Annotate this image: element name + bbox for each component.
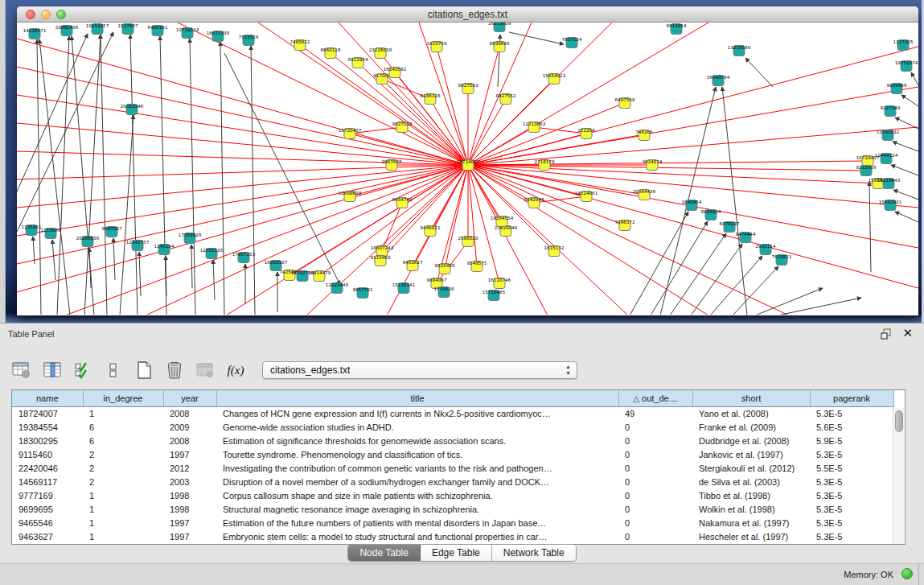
table-row[interactable]: 1456911722003Disruption of a novel membe… (12, 475, 893, 488)
graph-node[interactable]: 8454749 (392, 197, 413, 208)
table-cell[interactable]: Estimation of the future numbers of pati… (216, 516, 618, 529)
graph-node[interactable]: 15692931 (879, 200, 902, 211)
table-cell[interactable]: Genome-wide association studies in ADHD. (216, 420, 618, 434)
table-cell[interactable]: 14569117 (12, 475, 83, 488)
graph-node[interactable]: 9115460 (371, 255, 391, 266)
black-citation-edge[interactable] (745, 58, 773, 87)
table-cell[interactable]: Tourette syndrome. Phenomenology and cla… (216, 447, 618, 461)
red-citation-edge[interactable] (382, 165, 468, 251)
graph-node[interactable]: 917008 (373, 73, 391, 84)
graph-node[interactable]: 20053346 (121, 104, 144, 115)
import-table-icon[interactable] (195, 360, 216, 381)
citation-network-graph[interactable]: 1872400798275038186328982750829676088454… (17, 23, 918, 315)
graph-node[interactable]: 19751074 (895, 60, 918, 72)
table-cell[interactable]: 0 (618, 502, 692, 516)
minimize-window-icon[interactable] (41, 10, 51, 19)
table-cell[interactable]: 5.9E-5 (810, 434, 893, 447)
table-cell[interactable]: Structural magnetic resonance image aver… (216, 502, 618, 516)
graph-node[interactable]: 13218586 (728, 45, 751, 56)
table-cell[interactable]: 2009 (163, 420, 216, 434)
graph-node[interactable]: 10653257 (86, 23, 109, 35)
graph-node[interactable]: 7515526 (239, 35, 259, 46)
black-citation-edge[interactable] (722, 87, 747, 315)
row-select-icon[interactable] (72, 360, 93, 381)
graph-node[interactable]: 746266 (635, 130, 653, 141)
red-citation-edge[interactable] (468, 161, 868, 165)
black-citation-edge[interactable] (670, 233, 726, 315)
table-cell[interactable]: 5.3E-5 (810, 475, 893, 488)
table-cell[interactable]: Changes of HCN gene expression and I(f) … (216, 406, 618, 420)
table-cell[interactable]: 9465546 (12, 516, 83, 529)
black-citation-edge[interactable] (17, 32, 113, 232)
table-cell[interactable]: Nakamura et al. (1997) (692, 516, 810, 529)
graph-node[interactable]: 2935114 (756, 244, 776, 255)
column-header-name[interactable]: name (12, 390, 83, 406)
graph-node[interactable]: 6497568 (615, 97, 635, 109)
graph-node[interactable]: 9242848 (524, 197, 544, 208)
black-citation-edge[interactable] (84, 35, 101, 315)
table-cell[interactable]: 9699695 (12, 502, 83, 516)
table-cell[interactable]: 0 (618, 461, 692, 475)
table-cell[interactable]: Wolkin et al. (1998) (692, 502, 810, 516)
red-citation-edge[interactable] (17, 165, 468, 292)
table-cell[interactable]: Estimation of significance thresholds fo… (216, 434, 618, 447)
black-citation-edge[interactable] (755, 288, 823, 315)
graph-node[interactable]: 8813054 (667, 23, 687, 35)
table-cell[interactable]: de Silva et al. (2003) (692, 475, 810, 488)
graph-node[interactable]: 1115689 (41, 228, 61, 239)
table-cell[interactable]: Tibbo et al. (1998) (692, 488, 810, 502)
graph-node[interactable]: 14035571 (23, 28, 47, 39)
graph-node[interactable]: 8186328 (421, 93, 441, 105)
table-cell[interactable]: 6 (83, 434, 163, 447)
black-citation-edge[interactable] (139, 252, 141, 296)
black-citation-edge[interactable] (191, 245, 192, 288)
graph-node[interactable]: 7386372 (615, 220, 635, 231)
table-cell[interactable]: 1 (83, 488, 163, 502)
table-cell[interactable]: 1 (83, 516, 163, 529)
black-citation-edge[interactable] (901, 95, 918, 106)
window-titlebar[interactable]: citations_edges.txt (17, 6, 918, 23)
black-citation-edge[interactable] (509, 32, 564, 44)
column-header-title[interactable]: title (216, 390, 618, 406)
black-citation-edge[interactable] (251, 46, 255, 315)
table-row[interactable]: 969969511998Structural magnetic resonanc… (12, 502, 893, 516)
graph-node[interactable]: 20364436 (633, 189, 656, 200)
graph-node[interactable]: 9549575 (467, 261, 487, 272)
black-citation-edge[interactable] (190, 39, 195, 315)
new-file-icon[interactable] (133, 360, 154, 381)
tab-network-table[interactable]: Network Table (492, 545, 576, 561)
red-citation-edge[interactable] (17, 67, 468, 165)
table-cell[interactable]: 2 (83, 461, 163, 475)
table-cell[interactable]: 5.3E-5 (810, 516, 893, 529)
table-cell[interactable]: Disruption of a novel member of a sodium… (216, 475, 618, 488)
network-view-window[interactable]: citations_edges.txt 18724007982750381863… (17, 6, 918, 315)
table-cell[interactable]: 18724007 (12, 406, 83, 420)
column-header-pagerank[interactable]: pagerank (810, 390, 893, 406)
table-cell[interactable]: Yano et al. (2008) (692, 406, 810, 420)
black-citation-edge[interactable] (224, 53, 340, 285)
trash-icon[interactable] (164, 360, 185, 381)
table-cell[interactable]: 2 (83, 447, 163, 461)
table-cell[interactable]: 1 (83, 502, 163, 516)
red-citation-edge[interactable] (17, 165, 468, 179)
graph-node[interactable]: 12505135 (200, 248, 224, 259)
table-row[interactable]: 1830029562008Estimation of significance … (12, 434, 893, 447)
graph-node[interactable]: 9227349 (881, 105, 901, 117)
graph-node[interactable]: 17359928 (179, 233, 202, 244)
graph-node[interactable]: 1527607 (118, 23, 138, 35)
black-citation-edge[interactable] (911, 72, 918, 85)
graph-node[interactable]: 8912954 (348, 57, 368, 68)
table-cell[interactable]: Hescheler et al. (1997) (692, 529, 810, 543)
table-cell[interactable]: Corpus callosum shape and size in male p… (216, 488, 618, 502)
table-cell[interactable]: 2 (83, 475, 163, 488)
table-row[interactable]: 977716911998Corpus callosum shape and si… (12, 488, 893, 502)
graph-node[interactable]: 1810759 (427, 41, 447, 52)
table-cell[interactable]: 1998 (163, 502, 216, 516)
table-cell[interactable]: 5.5E-5 (810, 461, 893, 475)
graph-node[interactable]: 15135141 (392, 282, 416, 294)
table-cell[interactable]: 5.3E-5 (810, 488, 893, 502)
black-citation-edge[interactable] (213, 260, 215, 300)
red-citation-edge[interactable] (468, 165, 918, 288)
black-citation-edge[interactable] (651, 221, 708, 315)
table-cell[interactable]: 0 (618, 434, 692, 447)
